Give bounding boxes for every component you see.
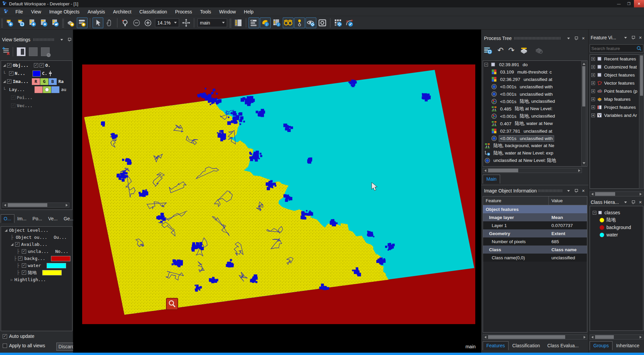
process-row-1[interactable]: 03.109multi-threshold: c <box>483 68 587 76</box>
ioi-row-3[interactable]: GeometryExtent <box>483 229 587 237</box>
horizontal-scrollbar[interactable] <box>483 335 587 340</box>
vectors-checkbox[interactable] <box>11 103 15 108</box>
view-settings-tab-3[interactable]: Ve... <box>45 214 61 223</box>
view-settings-tab-2[interactable]: Po... <box>30 214 45 223</box>
layout-one-pane-button[interactable] <box>17 47 25 56</box>
menu-analysis[interactable]: Analysis <box>84 8 109 15</box>
red-channel-cell[interactable]: R <box>32 78 40 85</box>
expander-icon[interactable] <box>3 80 6 83</box>
tree-row-layer[interactable]: └ Lay... au <box>1 86 72 93</box>
feature-search-box[interactable] <box>590 44 643 52</box>
auto-update-row[interactable]: Auto update <box>3 334 35 339</box>
image-checkbox[interactable] <box>7 79 11 84</box>
row-checkbox[interactable] <box>22 263 26 268</box>
tree-row[interactable]: ├uncla...No... <box>1 248 72 255</box>
tree-row[interactable]: ▷Hightligh... <box>1 276 72 283</box>
panel-drag-grip[interactable] <box>514 37 561 40</box>
opacity-checkbox[interactable] <box>40 63 44 68</box>
close-icon[interactable]: ✕ <box>638 35 643 40</box>
process-snippets-button[interactable] <box>534 46 544 56</box>
class-root-row[interactable]: −classes <box>590 209 643 216</box>
expand-icon[interactable]: + <box>591 114 595 117</box>
active-map-combo[interactable]: main <box>198 18 227 27</box>
modify-project-button[interactable] <box>39 17 49 28</box>
tree-row-points[interactable]: Poi... <box>1 94 72 101</box>
show-scene-button[interactable] <box>65 17 76 28</box>
ioi-row-5[interactable]: ClassClass name <box>483 246 587 254</box>
blue-channel-cell[interactable]: B <box>49 78 57 85</box>
process-row-9[interactable]: 02:37.781unclassified at <box>483 127 587 135</box>
add-project-button[interactable] <box>27 17 38 28</box>
row-checkbox[interactable] <box>22 270 26 275</box>
column-header-value[interactable]: Value <box>549 198 586 203</box>
scroll-down-arrow[interactable] <box>583 162 585 164</box>
horizontal-scrollbar[interactable] <box>2 203 69 208</box>
tree-row[interactable]: ├陆地 <box>1 269 72 276</box>
tab-main[interactable]: Main <box>483 175 500 184</box>
vertical-scrollbar[interactable] <box>639 54 644 189</box>
edit-view-settings-icon[interactable] <box>1 46 11 57</box>
expand-icon[interactable]: + <box>591 81 595 85</box>
redo-icon[interactable]: ↷ <box>508 46 514 55</box>
objects-checkbox[interactable] <box>7 63 11 68</box>
layout-two-pane-button[interactable] <box>29 47 38 56</box>
menu-window[interactable]: Window <box>215 8 240 15</box>
single-layer-view-button[interactable] <box>249 17 259 28</box>
search-icon[interactable] <box>636 46 642 51</box>
tree-row-vectors[interactable]: Vec... <box>1 102 72 109</box>
show-preview-button[interactable] <box>306 17 316 28</box>
horizontal-scrollbar[interactable] <box>590 335 643 340</box>
manual-edit-button[interactable] <box>344 17 355 28</box>
new-workspace-button[interactable] <box>4 17 15 28</box>
process-row-6[interactable]: 0.485陆地 at New Level: <box>483 105 587 113</box>
class-color-swatch[interactable] <box>51 256 70 261</box>
show-outlines-button[interactable] <box>294 17 305 28</box>
pin-icon[interactable] <box>66 37 72 42</box>
tree-row[interactable]: ├backg... <box>1 255 72 262</box>
nav-color-swatch[interactable] <box>33 71 41 77</box>
save-workspace-button[interactable] <box>16 17 26 28</box>
panel-drag-grip[interactable] <box>33 38 54 41</box>
green-channel-cell[interactable]: G <box>40 78 49 85</box>
feature-item-6[interactable]: +Project features <box>590 103 643 111</box>
feature-item-0[interactable]: +Recent features <box>590 55 643 63</box>
panel-menu-button[interactable] <box>623 199 628 205</box>
process-row-4[interactable]: <0.001sunclassified with <box>483 90 587 98</box>
layer-green-cell[interactable] <box>43 86 51 93</box>
menu-file[interactable]: File <box>11 8 27 15</box>
cursor-tool-button[interactable] <box>93 17 103 28</box>
menu-classification[interactable]: Classification <box>136 8 171 15</box>
scroll-left-arrow[interactable] <box>590 335 595 339</box>
scroll-left-arrow[interactable] <box>590 192 595 196</box>
class-item-1[interactable]: background <box>590 224 643 231</box>
zoom-in-button[interactable] <box>143 17 153 28</box>
feature-item-7[interactable]: +VVariables and Ar <box>590 111 643 119</box>
image-view-frame-button[interactable] <box>317 17 328 28</box>
apply-all-row[interactable]: Apply to all views <box>3 343 45 348</box>
feature-search-input[interactable] <box>590 46 636 51</box>
tree-row[interactable]: ├water <box>1 262 72 269</box>
layer-blue-cell[interactable] <box>51 86 60 93</box>
pan-tool-button[interactable] <box>104 17 115 28</box>
process-row-0[interactable]: −02:39.891do <box>483 61 587 68</box>
view-settings-tab-1[interactable]: Im... <box>14 214 30 223</box>
view-classification-button[interactable]: i <box>260 17 271 28</box>
close-icon[interactable]: ✕ <box>581 188 586 193</box>
points-checkbox[interactable] <box>11 95 15 100</box>
expander-icon[interactable] <box>5 229 7 232</box>
feature-item-3[interactable]: +Vector features <box>590 79 643 87</box>
expand-icon[interactable]: + <box>591 73 595 77</box>
ioi-row-0[interactable]: Object features <box>483 205 587 213</box>
pin-icon[interactable] <box>573 188 579 193</box>
menu-tools[interactable]: Tools <box>196 8 215 15</box>
scroll-left-arrow[interactable] <box>483 168 488 173</box>
feature-item-4[interactable]: +Point features (p <box>590 87 643 95</box>
ioi-row-2[interactable]: Layer 10.0707737 <box>483 221 587 229</box>
row-checkbox[interactable] <box>15 242 19 247</box>
scroll-left-arrow[interactable] <box>483 335 488 339</box>
process-row-8[interactable]: 0.407陆地, water at New <box>483 120 587 127</box>
expand-icon[interactable]: + <box>591 57 595 61</box>
expander-icon[interactable]: ▷ <box>11 278 13 281</box>
tree-row[interactable]: Availab... <box>1 241 72 248</box>
row-checkbox[interactable] <box>18 256 22 261</box>
